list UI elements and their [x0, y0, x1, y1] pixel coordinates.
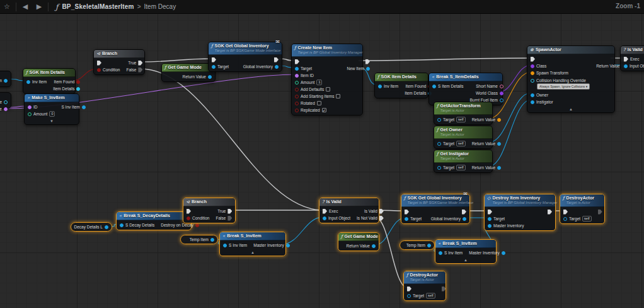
pin-value-field[interactable]: self	[426, 293, 435, 299]
data-pin-icon[interactable]	[427, 244, 431, 247]
pin-return-value[interactable]: Return Value	[469, 116, 504, 123]
pin-target[interactable]: Targetself	[434, 116, 469, 123]
node-header[interactable]: ƒDestroyActorTarget is Actor	[560, 194, 604, 207]
pin-short-name[interactable]: Short Name	[473, 83, 507, 90]
pin-master-inventory[interactable]: Master Inventory	[466, 249, 508, 256]
data-pin-icon[interactable]	[4, 100, 8, 104]
data-pin-icon[interactable]	[28, 112, 32, 116]
get-game-mode-2[interactable]: ƒGet Game ModeReturn Value	[338, 232, 379, 251]
data-pin-icon[interactable]	[295, 81, 299, 85]
pin-true[interactable]: True	[214, 208, 235, 215]
pin-is-not-valid[interactable]: Is Not Valid	[354, 215, 387, 222]
var-temp-item-2[interactable]: Temp Item	[400, 240, 435, 250]
pin-input-object[interactable]: Input Object	[319, 215, 354, 222]
pin-global-inventory[interactable]: Global Inventory	[428, 215, 469, 222]
is-valid-top[interactable]: ?Is ValidExecInput Object	[620, 45, 644, 71]
pin-condition[interactable]: Condition	[183, 215, 212, 222]
data-pin-icon[interactable]	[531, 79, 534, 83]
data-pin-icon[interactable]	[295, 95, 299, 98]
favorite-star-icon[interactable]: ☆	[0, 0, 14, 14]
pin-target[interactable]: Target	[485, 215, 527, 222]
sgk-get-global-inventory-1[interactable]: ƒSGK Get Global InventoryTarget is BP SG…	[208, 42, 282, 72]
pin-exec[interactable]	[485, 208, 527, 215]
pin-new-item[interactable]: New Item	[343, 65, 372, 72]
data-pin-icon[interactable]	[437, 166, 441, 170]
node-header[interactable]: «Break S_DecayDetails	[117, 212, 191, 220]
node-header[interactable]: ƒDestroyActorTarget is Actor	[404, 271, 446, 284]
var-decay-details[interactable]: Decay Details L	[71, 222, 112, 232]
data-pin-icon[interactable]	[488, 217, 492, 221]
pin-s-inv-item[interactable]: S Inv Item	[58, 104, 88, 110]
pin-id[interactable]: ID	[25, 104, 58, 110]
node-header[interactable]: ⊲Branch	[183, 198, 235, 206]
pin-s-inv-item[interactable]: S Inv Item	[435, 249, 466, 256]
pin-inv-item[interactable]: Inv Item	[23, 78, 50, 85]
pin-exec[interactable]	[292, 58, 343, 65]
pin-item-found[interactable]: Item Found	[51, 78, 84, 85]
node-header[interactable]: ƒGet OwnerTarget is Actor	[434, 126, 492, 139]
exec-pin-icon[interactable]	[379, 209, 384, 214]
node-header[interactable]: ?Is Valid	[621, 46, 644, 54]
data-pin-icon[interactable]	[286, 244, 290, 247]
data-pin-icon[interactable]	[488, 224, 492, 228]
data-pin-icon[interactable]	[323, 216, 326, 220]
data-pin-icon[interactable]	[223, 244, 227, 247]
pin-exec[interactable]: Exec	[621, 56, 644, 62]
pin-exec[interactable]	[183, 208, 212, 215]
pin-inv-item[interactable]: Inv Item	[375, 83, 401, 90]
exec-pin-icon[interactable]	[323, 209, 327, 214]
get-owner[interactable]: ƒGet OwnerTarget is ActorTargetselfRetur…	[434, 126, 493, 149]
pin-rotated[interactable]: Rotated	[292, 100, 343, 107]
pin-master-inventory[interactable]: Master Inventory	[485, 222, 527, 229]
sgk-item-details-2[interactable]: ƒSGK Item DetailsInv ItemItem FoundItem …	[374, 73, 428, 98]
pin-exec[interactable]: Exec	[319, 208, 354, 215]
pin-s-decay-details[interactable]: S Decay Details	[117, 222, 158, 228]
node-header[interactable]: »Make S_InvItem	[25, 94, 79, 102]
pin-s-item-details[interactable]: S Item Details	[429, 83, 466, 90]
node-collapse-toggle[interactable]: ▲	[220, 250, 285, 256]
data-pin-icon[interactable]	[76, 80, 80, 84]
node-header[interactable]: ƒGet Game Mode	[338, 233, 379, 241]
pin-owner[interactable]: Owner	[527, 92, 593, 98]
exec-pin-icon[interactable]	[187, 209, 191, 214]
sgk-get-global-inventory-2[interactable]: ƒSGK Get Global InventoryTarget is BP SG…	[401, 194, 470, 224]
exec-pin-icon[interactable]	[97, 61, 101, 66]
forward-arrow-icon[interactable]: ▶	[32, 0, 46, 14]
create-new-item[interactable]: ƒCreate New ItemTarget is BP Global Inve…	[291, 44, 363, 116]
data-pin-icon[interactable]	[500, 92, 503, 95]
exec-pin-icon[interactable]	[531, 57, 535, 62]
destroy-actor-1[interactable]: ƒDestroyActorTarget is ActorTargetself	[560, 194, 605, 224]
node-header[interactable]: ƒSGK Get Global InventoryTarget is BP SG…	[401, 194, 469, 207]
break-s-invitem-2[interactable]: «Break S_InvItemS Inv ItemMaster Invento…	[435, 239, 497, 264]
pin-exec[interactable]	[527, 56, 593, 62]
node-header[interactable]: «Break S_ItemDetails	[429, 73, 502, 81]
node-header[interactable]: «Break S_InvItem	[220, 232, 285, 240]
pin-value-field[interactable]: self	[582, 216, 592, 222]
pin-target[interactable]: Targetself	[434, 164, 469, 171]
data-pin-icon[interactable]	[120, 223, 124, 227]
pin-ame[interactable]: ame	[0, 105, 11, 112]
data-pin-icon[interactable]	[405, 217, 408, 221]
is-valid-2[interactable]: ?Is ValidExecInput ObjectIs ValidIs Not …	[319, 198, 379, 223]
data-pin-icon[interactable]	[210, 238, 214, 242]
breadcrumb-blueprint[interactable]: BP_SkeletalMasterItem	[62, 3, 134, 10]
data-pin-icon[interactable]	[4, 79, 8, 83]
destroy-item-inventory[interactable]: ◇Destroy Item InventoryTarget is BP Glob…	[484, 194, 556, 231]
pin-global-inventory[interactable]: Global Inventory	[240, 63, 282, 70]
data-pin-icon[interactable]	[432, 85, 436, 88]
pin-add-defaults[interactable]: Add Defaults	[292, 86, 343, 93]
pin-checkbox[interactable]: ✓	[322, 108, 326, 112]
pin-value-field[interactable]: 0	[49, 111, 55, 117]
data-pin-icon[interactable]	[208, 75, 212, 79]
node-header[interactable]: «Break S_InvItem	[435, 240, 496, 248]
branch-1[interactable]: ⊲BranchConditionTrueFalse	[93, 49, 145, 75]
node-header[interactable]: ƒGetActorTransformTarget is Actor	[434, 102, 492, 115]
data-pin-icon[interactable]	[531, 64, 534, 68]
pin-amount[interactable]: Amount1	[292, 79, 343, 86]
exec-pin-icon[interactable]	[365, 59, 370, 64]
destroy-actor-2[interactable]: ƒDestroyActorTarget is ActorTargetself	[403, 271, 446, 301]
data-pin-icon[interactable]	[531, 100, 534, 104]
pin-collision-handling-override[interactable]: Collision Handling OverrideAlways Spawn,…	[527, 76, 593, 92]
data-pin-icon[interactable]	[366, 67, 370, 71]
data-pin-icon[interactable]	[26, 80, 30, 84]
